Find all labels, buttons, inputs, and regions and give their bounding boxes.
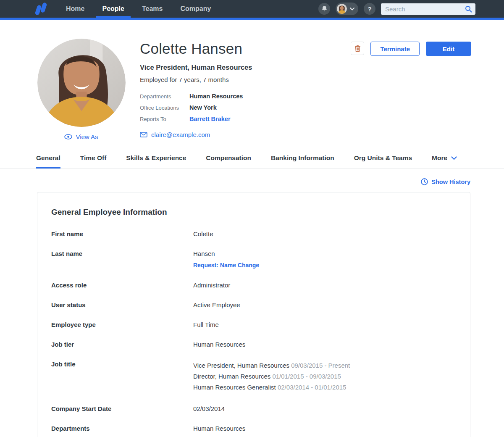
field-row-first-name: First name Colette [51,230,456,238]
view-as-label: View As [76,133,98,140]
bell-icon [321,5,328,12]
nav-item-home[interactable]: Home [57,0,93,18]
edit-button[interactable]: Edit [426,42,471,56]
field-row-employee-type: Employee type Full Time [51,321,456,329]
search-icon[interactable] [465,5,472,13]
field-label: Employee type [51,321,193,329]
chevron-down-icon [350,8,354,11]
trash-icon [354,45,361,52]
employee-job-title: Vice President, Human Resources [140,63,351,71]
email-link[interactable]: claire@example.com [151,131,210,138]
profile-photo [37,39,126,127]
field-label: Last name [51,250,193,269]
job-history-title: Human Resources Generalist [193,384,276,391]
show-history-button[interactable]: Show History [421,178,470,185]
field-row-departments: Departments Human Resources [51,424,456,432]
field-row-job-tier: Job tier Human Resources [51,340,456,348]
tab-time-off[interactable]: Time Off [80,154,107,168]
field-value: Human Resources [193,340,245,348]
field-value: Hansen Request: Name Change [193,250,259,269]
field-value: Human Resources [193,424,245,432]
tab-banking-information[interactable]: Banking Information [271,154,334,168]
job-history-title: Vice President, Human Resources [193,362,289,369]
job-history-dates: 02/03/2014 - 01/01/2015 [278,384,346,391]
job-history-dates: 01/01/2015 - 09/03/2015 [272,373,341,380]
help-button[interactable]: ? [364,3,375,15]
reports-to-link[interactable]: Barrett Braker [189,116,351,122]
delete-button[interactable] [351,42,364,55]
search-input[interactable] [385,5,465,13]
view-as-button[interactable]: View As [64,133,98,140]
terminate-button[interactable]: Terminate [370,42,420,56]
profile-actions: Terminate Edit [351,42,471,140]
field-value: Administrator [193,281,230,289]
field-label: Company Start Date [51,405,193,413]
field-row-user-status: User status Active Employee [51,301,456,309]
nav-item-company[interactable]: Company [171,0,220,18]
field-row-job-title: Job title Vice President, Human Resource… [51,360,456,393]
job-history-dates: 09/03/2015 - Present [291,362,350,369]
profile-tabs: General Time Off Skills & Experience Com… [0,154,504,169]
request-name-change-link[interactable]: Request: Name Change [193,261,259,269]
envelope-icon [140,132,147,137]
field-label: First name [51,230,193,238]
detail-value-departments: Human Resources [189,93,351,100]
employee-name: Colette Hansen [140,40,351,57]
primary-nav: Home People Teams Company [57,0,220,18]
detail-label-departments: Departments [140,93,189,100]
last-name-value: Hansen [193,250,215,257]
job-history-line: Human Resources Generalist 02/03/2014 - … [193,382,350,393]
brand-logo[interactable] [34,2,50,16]
field-value: Colette [193,230,213,238]
profile-details: Departments Human Resources Office Locat… [140,93,351,122]
field-value: Full Time [193,321,219,329]
chevron-down-icon [451,156,457,160]
tab-compensation[interactable]: Compensation [206,154,251,168]
job-history-title: Director, Human Resources [193,373,270,380]
field-label: Job title [51,360,193,393]
nav-item-people[interactable]: People [93,0,133,18]
top-navbar: Home People Teams Company [0,0,504,18]
job-history-line: Director, Human Resources 01/01/2015 - 0… [193,371,350,382]
field-row-company-start-date: Company Start Date 02/03/2014 [51,405,456,413]
field-label: User status [51,301,193,309]
history-toolbar: Show History [0,178,504,185]
eye-icon [64,134,72,140]
nav-utilities: ? [318,0,475,18]
show-history-label: Show History [431,179,470,185]
field-label: Job tier [51,340,193,348]
tab-skills-experience[interactable]: Skills & Experience [126,154,186,168]
profile-header: View As Colette Hansen Vice President, H… [0,20,504,140]
user-menu[interactable] [336,3,358,15]
global-search [381,3,475,15]
field-value: Active Employee [193,301,240,309]
detail-label-reports-to: Reports To [140,116,189,122]
brand-logo-icon [34,2,49,16]
clock-icon [421,178,428,185]
field-label: Departments [51,424,193,432]
notifications-button[interactable] [318,3,330,15]
tab-more[interactable]: More [432,154,457,168]
tab-org-units-teams[interactable]: Org Units & Teams [354,154,412,168]
user-avatar [337,4,347,14]
field-value: 02/03/2014 [193,405,225,413]
field-label: Access role [51,281,193,289]
detail-value-office-locations: New York [189,104,351,111]
general-info-card: General Employee Information First name … [37,192,470,437]
detail-label-office-locations: Office Locations [140,105,189,111]
employee-tenure: Employed for 7 years, 7 months [140,76,351,83]
field-row-last-name: Last name Hansen Request: Name Change [51,250,456,269]
card-title: General Employee Information [51,208,456,217]
email-row[interactable]: claire@example.com [140,131,351,138]
tab-more-label: More [432,154,447,162]
job-history-line: Vice President, Human Resources 09/03/20… [193,360,350,371]
field-row-access-role: Access role Administrator [51,281,456,289]
nav-item-teams[interactable]: Teams [133,0,172,18]
tab-general[interactable]: General [36,154,60,168]
